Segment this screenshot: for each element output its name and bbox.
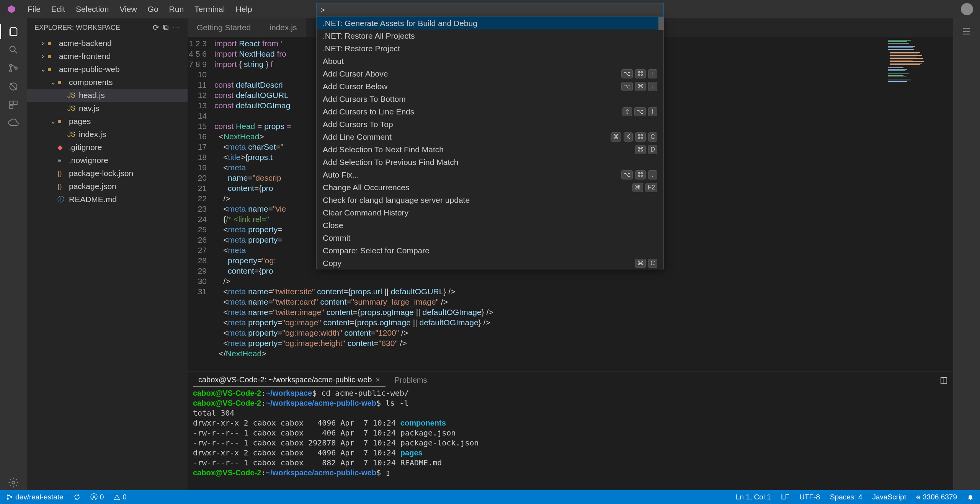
command-item[interactable]: Add Cursors to Line Ends⇧⌥I	[317, 105, 663, 118]
sync-icon[interactable]	[74, 494, 80, 501]
menu-item-view[interactable]: View	[115, 3, 141, 15]
extensions-icon[interactable]	[6, 97, 21, 113]
twistie-icon[interactable]: ⌄	[48, 118, 57, 125]
menu-item-help[interactable]: Help	[231, 3, 256, 15]
twistie-icon[interactable]: ›	[38, 40, 47, 47]
editor-tab[interactable]: Getting Started	[188, 18, 260, 37]
ports[interactable]: ⎈ 3306,6379	[916, 493, 957, 501]
split-panel-icon[interactable]: ◫	[940, 375, 948, 385]
pkg-icon: {}	[57, 170, 66, 178]
file-tree[interactable]: ›■acme-backend›■acme-frontend⌄■acme-publ…	[27, 37, 188, 490]
command-palette-input[interactable]	[320, 6, 660, 15]
close-icon[interactable]: ×	[376, 375, 380, 384]
menu-item-file[interactable]: File	[23, 3, 45, 15]
terminal-output[interactable]: cabox@VS-Code-2:~/workspace$ cd acme-pub…	[188, 388, 953, 490]
folder-icon: ■	[47, 52, 56, 60]
txt-icon: ≡	[57, 157, 66, 165]
svg-rect-31	[888, 75, 903, 76]
svg-rect-28	[888, 69, 907, 70]
command-palette-input-wrap[interactable]	[316, 3, 664, 17]
refresh-icon[interactable]: ⟳	[153, 23, 159, 32]
tree-row[interactable]: JSnav.js	[27, 102, 188, 115]
command-item[interactable]: About	[317, 55, 663, 67]
more-icon[interactable]: ⋯	[172, 23, 180, 32]
menu-item-go[interactable]: Go	[143, 3, 163, 15]
tree-row[interactable]: ⌄■components	[27, 76, 188, 89]
warnings-count[interactable]: ⚠ 0	[114, 493, 127, 502]
js-icon: JS	[67, 130, 76, 139]
tree-row[interactable]: JSindex.js	[27, 128, 188, 141]
twistie-icon[interactable]: ›	[38, 53, 47, 60]
cursor-position[interactable]: Ln 1, Col 1	[736, 493, 771, 501]
command-item[interactable]: Add Cursors To Bottom	[317, 93, 663, 105]
eol[interactable]: LF	[781, 493, 789, 501]
command-item[interactable]: Add Cursor Below⌥⌘↓	[317, 80, 663, 93]
svg-rect-33	[888, 80, 911, 80]
indentation[interactable]: Spaces: 4	[830, 493, 862, 501]
status-bar: dev/real-estate ⓧ 0 ⚠ 0 Ln 1, Col 1 LF U…	[0, 490, 980, 504]
editor-tab[interactable]: index.js	[260, 18, 306, 37]
tree-row[interactable]: ›■acme-frontend	[27, 50, 188, 63]
source-control-icon[interactable]	[6, 60, 21, 76]
command-item[interactable]: Add Cursors To Top	[317, 118, 663, 130]
svg-rect-8	[10, 101, 13, 104]
notifications-icon[interactable]	[967, 493, 974, 501]
settings-gear-icon[interactable]	[6, 475, 21, 490]
command-item[interactable]: Add Cursor Above⌥⌘↑	[317, 67, 663, 80]
menu-item-edit[interactable]: Edit	[47, 3, 70, 15]
command-item[interactable]: Change All Occurrences⌘F2	[317, 181, 663, 194]
tree-row[interactable]: ≡.nowignore	[27, 154, 188, 167]
command-item[interactable]: Commit	[317, 232, 663, 244]
encoding[interactable]: UTF-8	[799, 493, 820, 501]
tree-row[interactable]: ⓘREADME.md	[27, 193, 188, 206]
minimap[interactable]	[884, 37, 953, 372]
tree-row[interactable]: ⌄■pages	[27, 115, 188, 128]
command-item[interactable]: Compare: Select for Compare	[317, 244, 663, 257]
git-branch[interactable]: dev/real-estate	[6, 493, 64, 501]
collapse-icon[interactable]: ⧉	[163, 23, 168, 32]
activity-bar	[0, 18, 27, 490]
tree-row[interactable]: {}package-lock.json	[27, 167, 188, 180]
line-numbers: 1 2 3 4 5 6 7 8 9 10 11 12 13 14 15 16 1…	[188, 37, 214, 372]
command-item[interactable]: .NET: Restore Project	[317, 42, 663, 55]
svg-rect-26	[890, 64, 920, 65]
terminal-tab[interactable]: cabox@VS-Code-2: ~/workspace/acme-public…	[193, 373, 385, 387]
menu-item-terminal[interactable]: Terminal	[190, 3, 229, 15]
command-item[interactable]: Add Selection To Previous Find Match	[317, 156, 663, 168]
tree-row[interactable]: {}package.json	[27, 180, 188, 193]
command-item[interactable]: Auto Fix...⌥⌘.	[317, 168, 663, 181]
command-item[interactable]: Add Selection To Next Find Match⌘D	[317, 143, 663, 156]
explorer-icon[interactable]	[6, 24, 21, 39]
command-item[interactable]: Close	[317, 219, 663, 232]
command-item[interactable]: Add Line Comment⌘K⌘C	[317, 130, 663, 143]
menu-item-selection[interactable]: Selection	[71, 3, 113, 15]
command-item[interactable]: .NET: Generate Assets for Build and Debu…	[317, 17, 663, 29]
svg-rect-21	[890, 57, 916, 57]
twistie-icon[interactable]: ⌄	[38, 66, 47, 73]
command-item[interactable]: .NET: Restore All Projects	[317, 29, 663, 42]
remote-icon[interactable]	[6, 116, 21, 131]
command-item[interactable]: Clear Command History	[317, 206, 663, 219]
tree-row[interactable]: JShead.js	[27, 89, 188, 102]
md-icon: ⓘ	[57, 195, 66, 204]
tree-row[interactable]: ›■acme-backend	[27, 37, 188, 50]
svg-rect-34	[888, 81, 907, 82]
errors-count[interactable]: ⓧ 0	[90, 492, 104, 502]
debug-icon[interactable]	[6, 79, 21, 94]
problems-tab[interactable]: Problems	[389, 374, 432, 387]
command-item[interactable]: Check for clangd language server update	[317, 194, 663, 206]
language-mode[interactable]: JavaScript	[872, 493, 906, 501]
twistie-icon[interactable]: ⌄	[48, 79, 57, 86]
tree-row[interactable]: ◆.gitignore	[27, 141, 188, 154]
svg-rect-17	[888, 49, 914, 50]
svg-rect-15	[888, 46, 915, 47]
command-palette-list[interactable]: .NET: Generate Assets for Build and Debu…	[316, 17, 664, 269]
search-icon[interactable]	[6, 42, 21, 57]
tree-row[interactable]: ⌄■acme-public-web	[27, 63, 188, 76]
user-avatar[interactable]	[961, 3, 973, 15]
command-item[interactable]: Copy⌘C	[317, 257, 663, 269]
menu-item-run[interactable]: Run	[165, 3, 189, 15]
command-palette: .NET: Generate Assets for Build and Debu…	[316, 3, 664, 269]
list-icon[interactable]	[959, 24, 974, 39]
scrollbar-thumb[interactable]	[658, 17, 664, 30]
